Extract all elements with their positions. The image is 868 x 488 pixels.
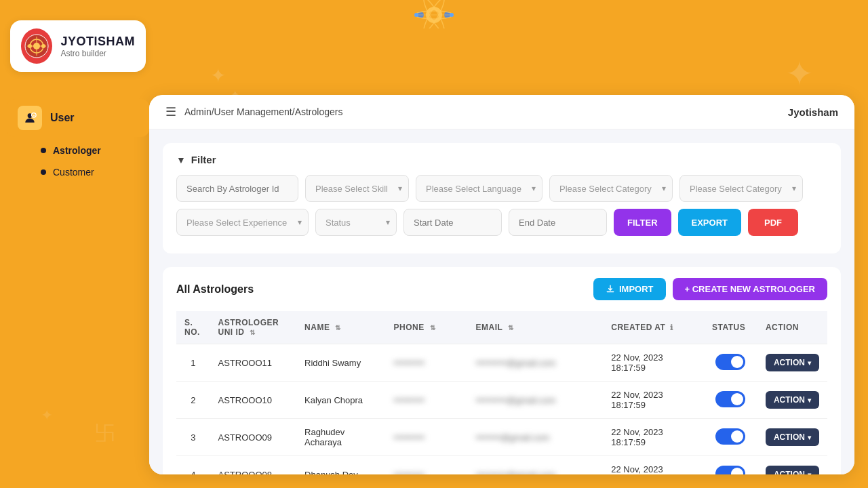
end-date-input[interactable] [509,209,607,236]
svg-point-8 [414,13,418,17]
bg-star-right: ✦ [785,54,814,94]
cell-id: ASTROOO09 [210,419,297,456]
cell-name: Riddhi Swamy [296,344,385,382]
pdf-button[interactable]: PDF [748,209,798,236]
cell-email: ••••••••••@gmail.com [467,382,603,419]
customer-dot [41,169,46,175]
filter-header: ▼ Filter [176,154,827,165]
cell-created: 22 Nov, 2023 18:17:59 [603,456,704,475]
cell-id: ASTROOO11 [210,344,297,382]
user-nav-icon: + [18,106,42,130]
section-header: All Astrologers IMPORT + CREATE NEW ASTR… [176,278,827,300]
col-status: STATUS [704,311,757,344]
status-toggle[interactable] [715,354,745,370]
cell-phone: •••••••••• [386,382,468,419]
logo-icon [21,28,52,64]
filter-icon: ▼ [176,155,186,165]
cell-created: 22 Nov, 2023 18:17:59 [603,344,704,382]
cell-email: ••••••••@gmail.com [467,419,603,456]
table-row: 4 ASTROOO08 Dhanush Dev •••••••••• •••••… [176,456,827,475]
cell-status[interactable] [704,419,757,456]
cell-action: ACTION ▾ [757,344,827,382]
experience-select-wrapper: Please Select Experience [176,209,309,236]
action-button[interactable]: ACTION ▾ [766,466,819,474]
cell-action: ACTION ▾ [757,382,827,419]
cell-name: Dhanush Dev [296,456,385,475]
status-select-wrapper: Status [315,209,397,236]
svg-text:+: + [33,113,35,117]
cell-name: Raghudev Acharaya [296,419,385,456]
table-row: 1 ASTROOO11 Riddhi Swamy •••••••••• ••••… [176,344,827,382]
category2-select[interactable]: Please Select Category [679,175,803,202]
language-select[interactable]: Please Select Language [416,175,542,202]
create-astrologer-button[interactable]: + CREATE NEW ASTROLOGER [673,278,827,300]
cell-action: ACTION ▾ [757,419,827,456]
cell-sno: 2 [176,382,210,419]
header-user: Jyotisham [788,106,838,118]
nav-sub-astrologer[interactable]: Astrologer [34,140,149,161]
category1-select[interactable]: Please Select Category [549,175,673,202]
bg-star-1: ✦ [210,64,226,87]
top-logo-icon [407,0,461,28]
action-button[interactable]: ACTION ▾ [766,354,819,371]
language-select-wrapper: Please Select Language [416,175,542,202]
cell-created: 22 Nov, 2023 18:17:59 [603,382,704,419]
filter-row-1: Please Select Skill Please Select Langua… [176,175,827,202]
table-row: 2 ASTROOO10 Kalyan Chopra •••••••••• •••… [176,382,827,419]
cell-sno: 4 [176,456,210,475]
svg-point-9 [450,13,454,17]
export-button[interactable]: EXPORT [678,209,741,236]
app-subtitle: Astro builder [60,49,135,58]
skill-select-wrapper: Please Select Skill [305,175,409,202]
cell-created: 22 Nov, 2023 18:17:59 [603,419,704,456]
cell-status[interactable] [704,382,757,419]
nav-item-user[interactable]: + User [7,99,149,137]
cell-status[interactable] [704,344,757,382]
astrologers-section: All Astrologers IMPORT + CREATE NEW ASTR… [163,267,841,474]
logo-card: JYOTISHAM Astro builder [10,20,146,72]
status-select[interactable]: Status [315,209,397,236]
cell-phone: •••••••••• [386,419,468,456]
table-row: 3 ASTROOO09 Raghudev Acharaya ••••••••••… [176,419,827,456]
col-id[interactable]: ASTROLOGER UNI ID ⇅ [210,311,297,344]
status-toggle[interactable] [715,466,745,475]
col-email[interactable]: EMAIL ⇅ [467,311,603,344]
search-astrologer-input[interactable] [176,175,298,202]
col-action: ACTION [757,311,827,344]
start-date-input[interactable] [403,209,502,236]
table-body: 1 ASTROOO11 Riddhi Swamy •••••••••• ••••… [176,344,827,475]
header-left: ☰ Admin/User Management/Astrologers [165,104,342,119]
status-toggle[interactable] [715,428,745,445]
filter-title: Filter [191,154,216,165]
hamburger-icon[interactable]: ☰ [165,104,176,119]
cell-email: ••••••••••@gmail.com [467,344,603,382]
table-header: S. NO. ASTROLOGER UNI ID ⇅ NAME ⇅ PHONE … [176,311,827,344]
col-name[interactable]: NAME ⇅ [296,311,385,344]
col-created: CREATED AT ℹ [603,311,704,344]
breadcrumb: Admin/User Management/Astrologers [184,106,342,117]
filter-button[interactable]: FILTER [614,209,671,236]
sidebar: JYOTISHAM Astro builder + User Astrologe… [0,0,156,488]
status-toggle[interactable] [715,391,745,407]
col-phone[interactable]: PHONE ⇅ [386,311,468,344]
cell-status[interactable] [704,456,757,475]
filter-row-2: Please Select Experience Status FILTER E… [176,209,827,236]
content-header: ☰ Admin/User Management/Astrologers Jyot… [149,95,854,129]
section-actions: IMPORT + CREATE NEW ASTROLOGER [593,278,827,300]
astrologers-table: S. NO. ASTROLOGER UNI ID ⇅ NAME ⇅ PHONE … [176,311,827,474]
nav-sub-items: Astrologer Customer [7,140,149,183]
skill-select[interactable]: Please Select Skill [305,175,409,202]
col-sno: S. NO. [176,311,210,344]
category1-select-wrapper: Please Select Category [549,175,673,202]
action-button[interactable]: ACTION ▾ [766,428,819,446]
import-button[interactable]: IMPORT [593,278,666,300]
action-button[interactable]: ACTION ▾ [766,391,819,409]
filter-section: ▼ Filter Please Select Skill Please Sele… [163,143,841,253]
main-content: ☰ Admin/User Management/Astrologers Jyot… [149,95,854,474]
nav-sub-customer[interactable]: Customer [34,161,149,183]
nav-section: + User Astrologer Customer [0,99,156,183]
experience-select[interactable]: Please Select Experience [176,209,309,236]
app-name: JYOTISHAM [60,35,135,49]
nav-user-label: User [50,112,75,124]
logo-text: JYOTISHAM Astro builder [60,35,135,58]
